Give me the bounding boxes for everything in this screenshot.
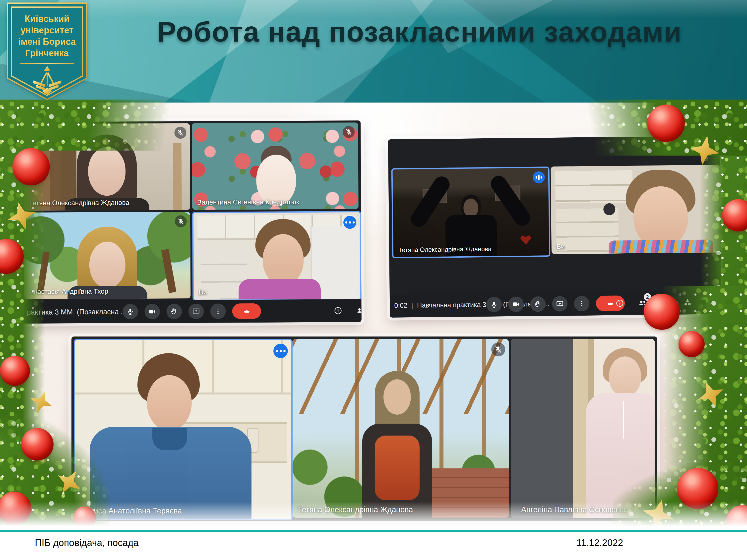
video-tile-tkhor[interactable]: Анастасія Андріївна Тхор: [24, 212, 191, 299]
university-name-line1: Київський університет: [21, 14, 74, 35]
participant-name: Ви: [557, 243, 565, 250]
person-face: [609, 356, 641, 397]
christmas-bauble: [12, 148, 50, 185]
more-options-button[interactable]: [574, 296, 590, 312]
mic-muted-icon: [491, 343, 505, 356]
raise-hand-button[interactable]: [530, 296, 546, 312]
kitchen-shelf: [555, 170, 633, 203]
meet-screenshot-1: Тетяна Олександрівна Жданова Валентина Є…: [21, 121, 362, 324]
meet-control-bar: рактика 3 ММ, (Позакласна ...: [22, 299, 361, 324]
meeting-info-icon[interactable]: [615, 299, 624, 308]
slide-footer: ПІБ доповідача, посада 11.12.2022: [0, 532, 747, 560]
slide-date: 11.12.2022: [576, 538, 623, 548]
christmas-bauble: [644, 294, 680, 330]
video-tile-zhdanova-speaking[interactable]: Тетяна Олександрівна Жданова: [391, 166, 550, 258]
meeting-time: 0:02: [394, 302, 407, 310]
video-tile-you[interactable]: Ви: [550, 165, 721, 254]
slide-header: Робота над позакласними заходами: [0, 0, 747, 103]
christmas-bauble: [21, 428, 54, 460]
camera-button[interactable]: [145, 304, 160, 319]
camera-button[interactable]: [508, 296, 524, 312]
meeting-info-icon[interactable]: [333, 306, 342, 315]
tile-options-button[interactable]: [274, 344, 288, 358]
christmas-bauble: [678, 331, 705, 357]
christmas-bauble: [647, 105, 685, 142]
university-name-line2: імені Бориса Грінченка: [19, 36, 76, 58]
footer-accent-line: [0, 530, 747, 532]
participant-name: Тетяна Олександрівна Жданова: [398, 245, 491, 254]
participant-name: Ви: [199, 289, 207, 296]
video-tile-valentyna[interactable]: Валентина Євгенівна Кондратюк: [192, 123, 359, 210]
garland-top-left: [0, 100, 207, 151]
page-title: Робота над позакласними заходами: [95, 16, 745, 48]
person-face: [147, 375, 192, 431]
mic-muted-icon: [175, 215, 187, 227]
video-tile-zhdanova-greenhouse[interactable]: Тетяна Олександрівна Жданова: [292, 339, 509, 518]
logo-divider: [20, 63, 74, 64]
microphone-button[interactable]: [123, 304, 138, 319]
pencil-book-emblem-icon: [19, 66, 75, 95]
person-collar: [152, 428, 187, 450]
heart-decoration: [520, 235, 531, 245]
present-screen-button[interactable]: [552, 296, 568, 312]
snow-fade: [0, 502, 747, 531]
university-logo: Київський університет імені Бориса Грінч…: [7, 2, 87, 100]
meet-screenshot-3: Лариса Анатоліївна Теряєва Тетяна Олекса…: [72, 337, 657, 521]
mic-muted-icon: [343, 126, 355, 138]
speaker-placeholder: ПІБ доповідача, посада: [35, 538, 139, 548]
gray-panel: [511, 339, 573, 518]
wall-clock: [603, 203, 616, 215]
tile-options-button[interactable]: [343, 216, 356, 229]
end-call-button[interactable]: [232, 303, 261, 319]
door-frame: [173, 142, 182, 210]
hoodie-drawstring: [623, 401, 624, 438]
person-sweater: [609, 239, 714, 254]
more-options-button[interactable]: [210, 303, 226, 319]
person-face: [262, 234, 304, 286]
person-face: [89, 241, 126, 289]
participant-name: Валентина Євгенівна Кондратюк: [197, 198, 299, 206]
person-vest: [375, 435, 419, 500]
audio-level-indicator-icon: [533, 171, 545, 183]
separator: |: [411, 301, 413, 309]
person-face: [383, 379, 411, 415]
person-sweater: [238, 279, 321, 299]
video-tile-you[interactable]: Ви: [192, 211, 362, 301]
person-face: [88, 147, 126, 196]
people-icon[interactable]: [356, 306, 361, 315]
christmas-bauble: [0, 356, 30, 386]
raise-hand-button[interactable]: [166, 304, 182, 319]
university-name: Київський університет імені Бориса Грінч…: [12, 13, 82, 59]
present-screen-button[interactable]: [188, 304, 204, 319]
microphone-button[interactable]: [486, 297, 502, 312]
